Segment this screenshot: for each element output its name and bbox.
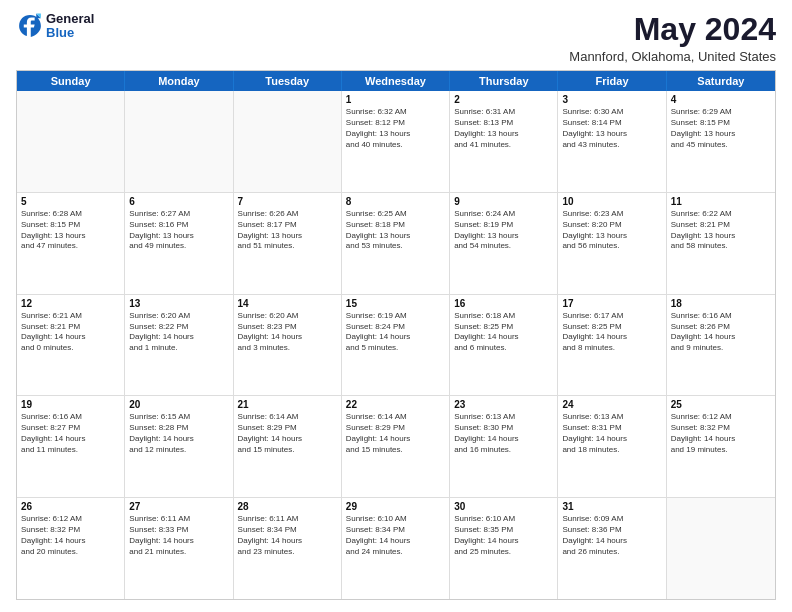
cell-info: Sunrise: 6:11 AM Sunset: 8:34 PM Dayligh… <box>238 514 337 557</box>
calendar-cell-4-5: 23Sunrise: 6:13 AM Sunset: 8:30 PM Dayli… <box>450 396 558 497</box>
cell-info: Sunrise: 6:13 AM Sunset: 8:30 PM Dayligh… <box>454 412 553 455</box>
logo-blue-text: Blue <box>46 26 94 40</box>
calendar-cell-1-5: 2Sunrise: 6:31 AM Sunset: 8:13 PM Daylig… <box>450 91 558 192</box>
day-number: 21 <box>238 399 337 410</box>
weekday-header-saturday: Saturday <box>667 71 775 91</box>
day-number: 26 <box>21 501 120 512</box>
calendar-cell-4-6: 24Sunrise: 6:13 AM Sunset: 8:31 PM Dayli… <box>558 396 666 497</box>
calendar-cell-4-2: 20Sunrise: 6:15 AM Sunset: 8:28 PM Dayli… <box>125 396 233 497</box>
cell-info: Sunrise: 6:28 AM Sunset: 8:15 PM Dayligh… <box>21 209 120 252</box>
day-number: 24 <box>562 399 661 410</box>
cell-info: Sunrise: 6:26 AM Sunset: 8:17 PM Dayligh… <box>238 209 337 252</box>
calendar-cell-1-7: 4Sunrise: 6:29 AM Sunset: 8:15 PM Daylig… <box>667 91 775 192</box>
calendar-cell-2-5: 9Sunrise: 6:24 AM Sunset: 8:19 PM Daylig… <box>450 193 558 294</box>
calendar-cell-3-7: 18Sunrise: 6:16 AM Sunset: 8:26 PM Dayli… <box>667 295 775 396</box>
weekday-header-friday: Friday <box>558 71 666 91</box>
cell-info: Sunrise: 6:20 AM Sunset: 8:22 PM Dayligh… <box>129 311 228 354</box>
cell-info: Sunrise: 6:29 AM Sunset: 8:15 PM Dayligh… <box>671 107 771 150</box>
day-number: 5 <box>21 196 120 207</box>
day-number: 22 <box>346 399 445 410</box>
calendar-body: 1Sunrise: 6:32 AM Sunset: 8:12 PM Daylig… <box>17 91 775 599</box>
calendar-cell-3-2: 13Sunrise: 6:20 AM Sunset: 8:22 PM Dayli… <box>125 295 233 396</box>
calendar: SundayMondayTuesdayWednesdayThursdayFrid… <box>16 70 776 600</box>
calendar-cell-2-7: 11Sunrise: 6:22 AM Sunset: 8:21 PM Dayli… <box>667 193 775 294</box>
day-number: 31 <box>562 501 661 512</box>
weekday-header-tuesday: Tuesday <box>234 71 342 91</box>
day-number: 7 <box>238 196 337 207</box>
day-number: 30 <box>454 501 553 512</box>
calendar-cell-2-6: 10Sunrise: 6:23 AM Sunset: 8:20 PM Dayli… <box>558 193 666 294</box>
calendar-cell-5-1: 26Sunrise: 6:12 AM Sunset: 8:32 PM Dayli… <box>17 498 125 599</box>
calendar-cell-1-4: 1Sunrise: 6:32 AM Sunset: 8:12 PM Daylig… <box>342 91 450 192</box>
day-number: 13 <box>129 298 228 309</box>
calendar-cell-2-3: 7Sunrise: 6:26 AM Sunset: 8:17 PM Daylig… <box>234 193 342 294</box>
calendar-week-3: 12Sunrise: 6:21 AM Sunset: 8:21 PM Dayli… <box>17 295 775 397</box>
cell-info: Sunrise: 6:22 AM Sunset: 8:21 PM Dayligh… <box>671 209 771 252</box>
day-number: 28 <box>238 501 337 512</box>
calendar-cell-5-3: 28Sunrise: 6:11 AM Sunset: 8:34 PM Dayli… <box>234 498 342 599</box>
day-number: 17 <box>562 298 661 309</box>
day-number: 18 <box>671 298 771 309</box>
cell-info: Sunrise: 6:10 AM Sunset: 8:34 PM Dayligh… <box>346 514 445 557</box>
cell-info: Sunrise: 6:24 AM Sunset: 8:19 PM Dayligh… <box>454 209 553 252</box>
cell-info: Sunrise: 6:32 AM Sunset: 8:12 PM Dayligh… <box>346 107 445 150</box>
header: General Blue May 2024 Mannford, Oklahoma… <box>16 12 776 64</box>
logo: General Blue <box>16 12 94 41</box>
day-number: 14 <box>238 298 337 309</box>
weekday-header-thursday: Thursday <box>450 71 558 91</box>
cell-info: Sunrise: 6:15 AM Sunset: 8:28 PM Dayligh… <box>129 412 228 455</box>
calendar-cell-1-1 <box>17 91 125 192</box>
cell-info: Sunrise: 6:12 AM Sunset: 8:32 PM Dayligh… <box>21 514 120 557</box>
title-area: May 2024 Mannford, Oklahoma, United Stat… <box>569 12 776 64</box>
day-number: 9 <box>454 196 553 207</box>
calendar-cell-1-6: 3Sunrise: 6:30 AM Sunset: 8:14 PM Daylig… <box>558 91 666 192</box>
day-number: 25 <box>671 399 771 410</box>
calendar-cell-3-3: 14Sunrise: 6:20 AM Sunset: 8:23 PM Dayli… <box>234 295 342 396</box>
calendar-cell-2-1: 5Sunrise: 6:28 AM Sunset: 8:15 PM Daylig… <box>17 193 125 294</box>
cell-info: Sunrise: 6:23 AM Sunset: 8:20 PM Dayligh… <box>562 209 661 252</box>
calendar-cell-5-5: 30Sunrise: 6:10 AM Sunset: 8:35 PM Dayli… <box>450 498 558 599</box>
day-number: 16 <box>454 298 553 309</box>
calendar-week-2: 5Sunrise: 6:28 AM Sunset: 8:15 PM Daylig… <box>17 193 775 295</box>
calendar-week-1: 1Sunrise: 6:32 AM Sunset: 8:12 PM Daylig… <box>17 91 775 193</box>
cell-info: Sunrise: 6:14 AM Sunset: 8:29 PM Dayligh… <box>346 412 445 455</box>
cell-info: Sunrise: 6:13 AM Sunset: 8:31 PM Dayligh… <box>562 412 661 455</box>
cell-info: Sunrise: 6:21 AM Sunset: 8:21 PM Dayligh… <box>21 311 120 354</box>
calendar-cell-1-2 <box>125 91 233 192</box>
cell-info: Sunrise: 6:18 AM Sunset: 8:25 PM Dayligh… <box>454 311 553 354</box>
day-number: 4 <box>671 94 771 105</box>
cell-info: Sunrise: 6:19 AM Sunset: 8:24 PM Dayligh… <box>346 311 445 354</box>
day-number: 11 <box>671 196 771 207</box>
calendar-cell-3-4: 15Sunrise: 6:19 AM Sunset: 8:24 PM Dayli… <box>342 295 450 396</box>
cell-info: Sunrise: 6:17 AM Sunset: 8:25 PM Dayligh… <box>562 311 661 354</box>
cell-info: Sunrise: 6:16 AM Sunset: 8:26 PM Dayligh… <box>671 311 771 354</box>
day-number: 8 <box>346 196 445 207</box>
location: Mannford, Oklahoma, United States <box>569 49 776 64</box>
day-number: 3 <box>562 94 661 105</box>
day-number: 20 <box>129 399 228 410</box>
day-number: 6 <box>129 196 228 207</box>
weekday-header-wednesday: Wednesday <box>342 71 450 91</box>
calendar-cell-2-4: 8Sunrise: 6:25 AM Sunset: 8:18 PM Daylig… <box>342 193 450 294</box>
day-number: 23 <box>454 399 553 410</box>
cell-info: Sunrise: 6:14 AM Sunset: 8:29 PM Dayligh… <box>238 412 337 455</box>
month-title: May 2024 <box>569 12 776 47</box>
calendar-cell-1-3 <box>234 91 342 192</box>
calendar-cell-4-1: 19Sunrise: 6:16 AM Sunset: 8:27 PM Dayli… <box>17 396 125 497</box>
cell-info: Sunrise: 6:30 AM Sunset: 8:14 PM Dayligh… <box>562 107 661 150</box>
calendar-cell-5-2: 27Sunrise: 6:11 AM Sunset: 8:33 PM Dayli… <box>125 498 233 599</box>
page: General Blue May 2024 Mannford, Oklahoma… <box>0 0 792 612</box>
day-number: 10 <box>562 196 661 207</box>
day-number: 1 <box>346 94 445 105</box>
calendar-cell-4-4: 22Sunrise: 6:14 AM Sunset: 8:29 PM Dayli… <box>342 396 450 497</box>
calendar-cell-5-7 <box>667 498 775 599</box>
day-number: 19 <box>21 399 120 410</box>
logo-text: General Blue <box>46 12 94 41</box>
cell-info: Sunrise: 6:10 AM Sunset: 8:35 PM Dayligh… <box>454 514 553 557</box>
weekday-header-monday: Monday <box>125 71 233 91</box>
calendar-cell-2-2: 6Sunrise: 6:27 AM Sunset: 8:16 PM Daylig… <box>125 193 233 294</box>
calendar-cell-4-7: 25Sunrise: 6:12 AM Sunset: 8:32 PM Dayli… <box>667 396 775 497</box>
cell-info: Sunrise: 6:25 AM Sunset: 8:18 PM Dayligh… <box>346 209 445 252</box>
cell-info: Sunrise: 6:12 AM Sunset: 8:32 PM Dayligh… <box>671 412 771 455</box>
calendar-week-5: 26Sunrise: 6:12 AM Sunset: 8:32 PM Dayli… <box>17 498 775 599</box>
